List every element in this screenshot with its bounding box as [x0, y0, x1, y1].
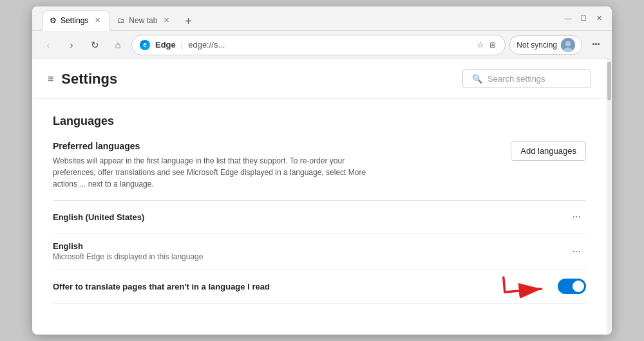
maximize-button[interactable]: ☐: [578, 13, 589, 23]
lang-menu-english[interactable]: ···: [567, 243, 586, 260]
refresh-button[interactable]: ↻: [85, 35, 104, 55]
scrollbar[interactable]: [607, 59, 612, 335]
toggle-knob: [573, 281, 584, 292]
settings-tab-close[interactable]: ✕: [92, 15, 102, 26]
translate-label: Offer to translate pages that aren't in …: [53, 282, 270, 291]
add-languages-button[interactable]: Add languages: [511, 141, 586, 161]
page-title: Settings: [61, 71, 117, 88]
collections-icon[interactable]: ⊞: [488, 39, 497, 51]
svg-point-1: [565, 41, 571, 46]
new-tab-button[interactable]: +: [179, 13, 197, 31]
lang-menu-english-us[interactable]: ···: [567, 208, 586, 225]
language-list: English (United States) ··· English Micr…: [53, 200, 586, 304]
home-button[interactable]: ⌂: [108, 35, 128, 55]
sidebar-toggle[interactable]: ≡: [48, 73, 53, 85]
section-title: Languages: [53, 115, 586, 128]
settings-tab-icon: ⚙: [50, 16, 57, 25]
forward-button[interactable]: ›: [62, 35, 81, 55]
lang-name-english-us: English (United States): [53, 212, 144, 222]
newtab-close[interactable]: ✕: [161, 15, 171, 26]
language-item-english: English Microsoft Edge is displayed in t…: [53, 234, 586, 270]
newtab-icon: 🗂: [117, 16, 125, 25]
sync-label: Not syncing: [516, 41, 557, 50]
preferred-languages-title: Preferred languages: [53, 141, 375, 151]
settings-header: ≡ Settings 🔍 Search settings: [32, 59, 607, 99]
back-button[interactable]: ‹: [39, 35, 58, 55]
avatar: [561, 38, 575, 52]
search-icon: 🔍: [472, 74, 482, 84]
address-bar[interactable]: e Edge | edge://s... ☆ ⊞: [131, 35, 506, 55]
translate-toggle[interactable]: [558, 279, 586, 294]
close-button[interactable]: ✕: [594, 13, 604, 23]
address-text: edge://s...: [188, 40, 470, 50]
red-arrow-indicator: [501, 272, 553, 298]
edge-favicon: e: [140, 40, 150, 50]
settings-content: Languages Preferred languages Websites w…: [32, 99, 607, 335]
minimize-button[interactable]: —: [563, 13, 573, 23]
newtab-label: New tab: [129, 16, 157, 25]
scrollbar-thumb[interactable]: [607, 62, 611, 100]
lang-name-english: English: [53, 241, 203, 251]
translate-row: Offer to translate pages that aren't in …: [53, 270, 586, 304]
lang-sub-english: Microsoft Edge is displayed in this lang…: [53, 252, 203, 261]
search-placeholder: Search settings: [488, 74, 545, 84]
sync-button[interactable]: Not syncing: [509, 35, 582, 55]
brand-name: Edge: [155, 40, 176, 50]
tab-newtab[interactable]: 🗂 New tab ✕: [111, 10, 178, 31]
language-item-english-us: English (United States) ···: [53, 201, 586, 234]
favorite-icon[interactable]: ☆: [475, 39, 486, 51]
preferred-languages-desc: Websites will appear in the first langua…: [53, 155, 375, 190]
tab-settings[interactable]: ⚙ Settings ✕: [43, 10, 109, 31]
settings-tab-label: Settings: [61, 16, 88, 25]
more-button[interactable]: ···: [586, 35, 605, 55]
search-settings-input[interactable]: 🔍 Search settings: [462, 69, 591, 88]
